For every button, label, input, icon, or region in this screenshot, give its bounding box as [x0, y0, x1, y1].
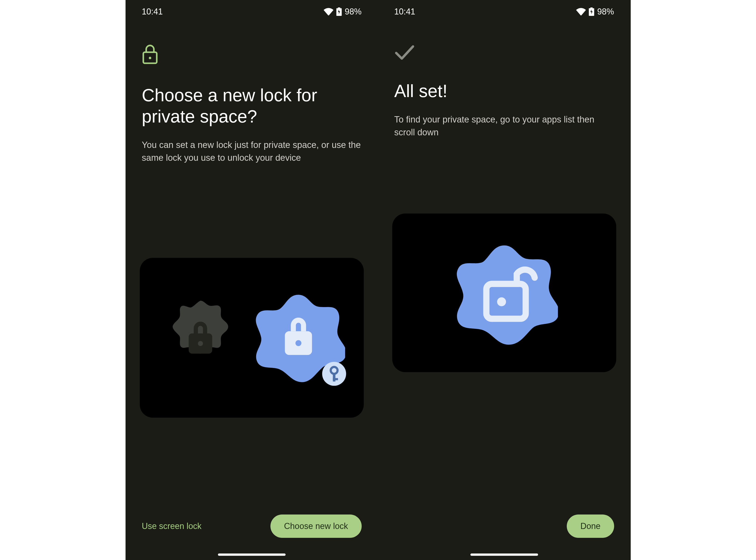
key-badge-icon [321, 361, 347, 387]
status-bar: 10:41 98% [378, 0, 631, 23]
spacer [394, 422, 614, 506]
svg-point-5 [295, 340, 301, 346]
svg-point-1 [148, 57, 151, 59]
svg-point-3 [198, 341, 203, 346]
screenshots-container: 10:41 98% Choose a new lock for private … [125, 0, 631, 560]
status-battery-pct: 98% [597, 7, 614, 17]
spacer [142, 436, 362, 506]
page-subtitle: You can set a new lock just for private … [142, 139, 362, 164]
page-title: Choose a new lock for private space? [142, 84, 362, 127]
status-battery-pct: 98% [345, 7, 361, 17]
private-space-lock-illustration [252, 291, 345, 385]
svg-point-11 [497, 298, 506, 306]
content-area: All set! To find your private space, go … [378, 23, 631, 506]
illustration-card [392, 214, 616, 372]
choose-new-lock-button[interactable]: Choose new lock [271, 515, 361, 538]
status-bar: 10:41 98% [125, 0, 378, 23]
lock-icon [142, 44, 362, 66]
spacer [142, 164, 362, 239]
done-button[interactable]: Done [567, 515, 614, 538]
wifi-icon [324, 8, 334, 15]
phone-screen-choose-lock: 10:41 98% Choose a new lock for private … [125, 0, 378, 560]
device-lock-illustration [158, 296, 242, 380]
nav-gesture-bar[interactable] [218, 554, 285, 556]
bottom-bar: Use screen lock Choose new lock [125, 506, 378, 560]
use-screen-lock-button[interactable]: Use screen lock [142, 521, 202, 531]
page-title: All set! [394, 80, 614, 101]
unlock-illustration [451, 239, 558, 346]
page-subtitle: To find your private space, go to your a… [394, 113, 614, 139]
content-area: Choose a new lock for private space? You… [125, 23, 378, 506]
status-indicators: 98% [324, 7, 361, 17]
status-indicators: 98% [576, 7, 614, 17]
phone-screen-all-set: 10:41 98% All set! To find your private … [378, 0, 631, 560]
svg-rect-9 [333, 378, 338, 380]
bottom-bar: Done [378, 506, 631, 560]
status-time: 10:41 [142, 7, 163, 17]
wifi-icon [576, 8, 586, 15]
battery-icon [336, 7, 342, 16]
battery-icon [589, 7, 594, 16]
nav-gesture-bar[interactable] [471, 554, 538, 556]
status-time: 10:41 [394, 7, 415, 17]
illustration-card [140, 258, 364, 418]
check-icon [394, 44, 614, 62]
